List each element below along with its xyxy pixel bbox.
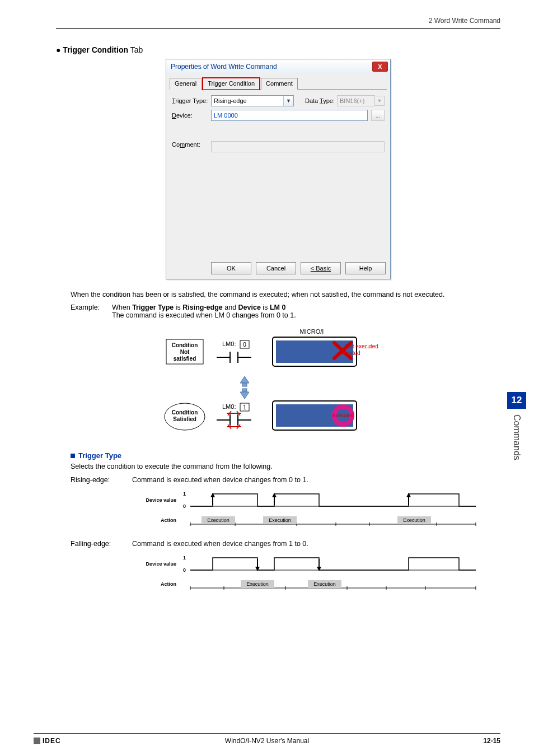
falling-edge-label: Falling-edge:: [71, 540, 132, 548]
heading-bold: Trigger Condition: [63, 45, 128, 54]
svg-marker-46: [210, 493, 215, 497]
svg-text:LM0:: LM0:: [222, 340, 236, 347]
chevron-down-icon: ▼: [283, 96, 293, 106]
svg-text:0: 0: [243, 342, 246, 348]
svg-text:Execution: Execution: [207, 517, 229, 523]
svg-text:Execution: Execution: [246, 581, 269, 587]
header-section: 2 Word Write Command: [56, 17, 500, 28]
dialog-body: Trigger Type: Rising-edge ▼ Data Type: B…: [166, 90, 390, 258]
svg-marker-71: [255, 567, 260, 571]
cancel-button[interactable]: Cancel: [256, 262, 296, 274]
svg-text:0: 0: [183, 567, 186, 573]
idec-logo-icon: [34, 738, 40, 744]
falling-edge-text: Command is executed when device changes …: [132, 540, 486, 548]
svg-text:1: 1: [183, 491, 186, 497]
svg-marker-20: [240, 392, 249, 399]
basic-button[interactable]: < Basic: [301, 262, 341, 274]
svg-marker-17: [240, 376, 249, 383]
label-trigger-type: Trigger Type:: [172, 97, 211, 104]
svg-text:Device value: Device value: [146, 561, 176, 567]
device-input[interactable]: LM 0000: [211, 110, 368, 121]
chapter-number: 12: [507, 392, 526, 409]
dialog-title: Properties of Word Write Command: [171, 63, 277, 71]
svg-text:LM0:: LM0:: [222, 403, 236, 410]
heading-trigger-condition: ● Trigger Condition Tab: [56, 45, 500, 54]
ok-button[interactable]: OK: [211, 262, 251, 274]
top-rule: [56, 28, 500, 29]
svg-text:1: 1: [183, 555, 186, 561]
tab-comment[interactable]: Comment: [261, 78, 298, 90]
svg-text:Execution: Execution: [269, 517, 291, 523]
micro-label: MICRO/I: [300, 328, 324, 335]
chapter-label: Commands: [512, 414, 522, 460]
svg-text:Action: Action: [161, 517, 176, 523]
state-diagram: MICRO/I Condition Not satisfied LM0: 0 N…: [56, 326, 500, 438]
dialog-footer: OK Cancel < Basic Help: [166, 258, 390, 279]
svg-text:Device value: Device value: [146, 497, 176, 503]
svg-marker-50: [406, 493, 411, 497]
footer-center: WindO/I-NV2 User's Manual: [225, 737, 309, 745]
svg-rect-19: [242, 389, 247, 392]
properties-dialog: Properties of Word Write Command X Gener…: [166, 59, 391, 279]
data-type-select: BIN16(+): [337, 95, 375, 106]
trigger-type-desc: Selects the condition to execute the com…: [71, 463, 486, 470]
svg-text:satisfied: satisfied: [174, 356, 196, 362]
close-button[interactable]: X: [372, 62, 388, 72]
label-device: Device:: [172, 112, 211, 119]
bullet-icon: ●: [56, 45, 60, 54]
trigger-type-value: Rising-edge: [214, 97, 247, 104]
label-data-type: Data Type:: [305, 97, 335, 104]
example-label: Example:: [71, 304, 112, 319]
chevron-down-icon: ▼: [374, 96, 385, 106]
rising-edge-text: Command is executed when device changes …: [132, 476, 486, 484]
comment-input: [211, 141, 385, 152]
svg-text:Condition: Condition: [172, 409, 198, 416]
svg-text:Execution: Execution: [313, 581, 336, 587]
svg-text:0: 0: [183, 503, 186, 509]
footer-page-number: 12-15: [483, 737, 500, 745]
idec-brand: IDEC: [43, 737, 61, 745]
rising-edge-label: Rising-edge:: [71, 476, 132, 484]
page-footer: IDEC WindO/I-NV2 User's Manual 12-15: [34, 733, 500, 745]
trigger-type-select[interactable]: Rising-edge ▼: [211, 95, 294, 106]
svg-text:Executed: Executed: [332, 413, 354, 418]
dialog-titlebar: Properties of Word Write Command X: [166, 59, 390, 74]
close-icon: X: [378, 64, 382, 70]
square-bullet-icon: [71, 454, 75, 458]
tab-trigger-condition[interactable]: Trigger Condition: [203, 78, 260, 90]
rising-edge-diagram: Device value 1 0 Action Execution: [146, 487, 500, 534]
tab-general[interactable]: General: [170, 78, 202, 90]
label-comment: Comment:: [172, 141, 211, 152]
tab-strip: General Trigger Condition Comment: [170, 77, 387, 90]
example-text: When Trigger Type is Rising-edge and Dev…: [112, 304, 486, 319]
svg-text:Satisfied: Satisfied: [173, 416, 196, 422]
svg-marker-48: [272, 493, 277, 497]
svg-marker-73: [317, 567, 321, 571]
help-button[interactable]: Help: [345, 262, 386, 274]
device-browse-button[interactable]: ...: [371, 110, 385, 121]
svg-text:Action: Action: [161, 581, 176, 587]
para-condition: When the condition has been or is satisf…: [71, 290, 486, 300]
chapter-side-tab: 12 Commands: [507, 392, 526, 460]
trigger-type-heading: Trigger Type: [71, 450, 486, 460]
svg-text:Execution: Execution: [403, 517, 425, 523]
svg-text:1: 1: [243, 404, 246, 410]
svg-text:Not: Not: [180, 349, 190, 355]
falling-edge-diagram: Device value 1 0 Action Execution Execut…: [146, 551, 500, 598]
up-down-arrow-icon: [240, 376, 249, 399]
svg-rect-18: [242, 383, 247, 386]
heading-rest: Tab: [128, 45, 143, 54]
svg-text:Condition: Condition: [172, 342, 198, 348]
